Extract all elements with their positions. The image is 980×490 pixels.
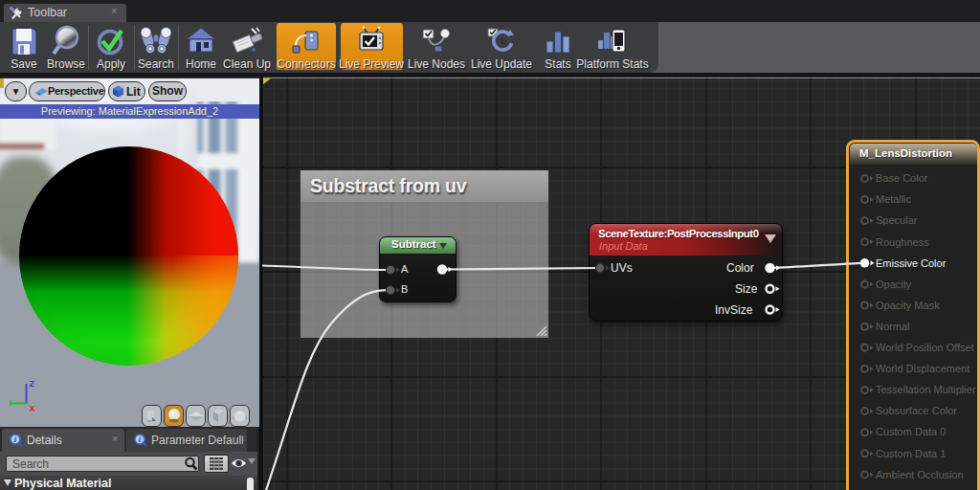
svg-text:X: X [30,404,35,413]
svg-text:Z: Z [30,379,35,389]
